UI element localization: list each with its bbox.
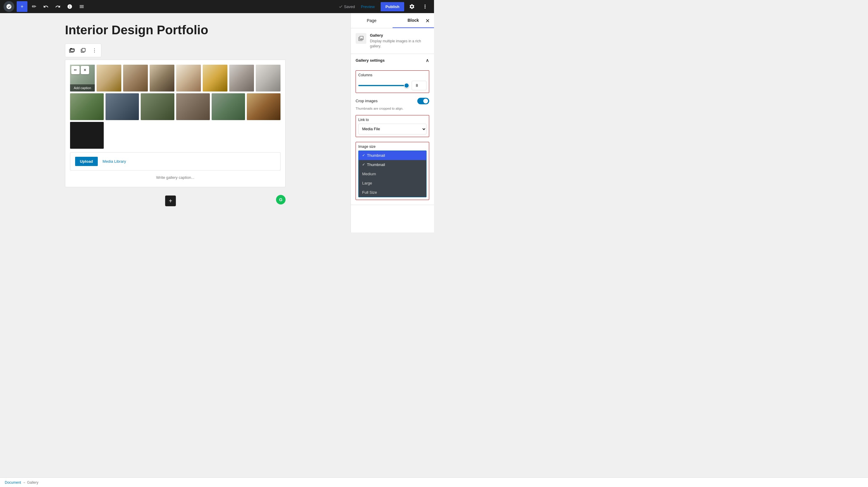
- dropdown-selected-item[interactable]: ✓ Thumbnail: [359, 151, 426, 160]
- add-block-toolbar-button[interactable]: +: [17, 1, 27, 12]
- upload-button[interactable]: Upload: [75, 157, 98, 166]
- crop-label: Crop images: [355, 99, 378, 103]
- sidebar-close-button[interactable]: ✕: [422, 16, 433, 26]
- publish-button[interactable]: Publish: [381, 2, 404, 11]
- gallery-image-5[interactable]: [176, 65, 201, 91]
- dropdown-menu: ✓ Thumbnail Medium Large Full Size: [359, 160, 426, 197]
- edit-tool-button[interactable]: ✏: [29, 1, 39, 12]
- gallery-image-3[interactable]: [123, 65, 148, 91]
- edit-image-button[interactable]: ✏: [71, 66, 80, 74]
- gallery-image-10[interactable]: [105, 93, 139, 120]
- gallery-image-12[interactable]: [176, 93, 210, 120]
- columns-input[interactable]: [412, 81, 427, 90]
- gallery-settings-title: Gallery settings: [355, 58, 385, 63]
- grammarly-icon-1[interactable]: G: [276, 195, 285, 205]
- block-info: Gallery Display multiple images in a ric…: [351, 28, 434, 54]
- gallery-image-8[interactable]: [256, 65, 280, 91]
- gallery-image-4[interactable]: [150, 65, 175, 91]
- dropdown-option-full-size[interactable]: Full Size: [359, 188, 426, 197]
- saved-status: Saved: [339, 4, 355, 9]
- list-view-button[interactable]: [78, 45, 89, 56]
- remove-image-button[interactable]: ✕: [81, 66, 89, 74]
- undo-button[interactable]: [40, 1, 51, 12]
- tab-page[interactable]: Page: [351, 13, 393, 28]
- selected-option-label: Thumbnail: [367, 153, 385, 158]
- sidebar-tabs: Page Block ✕: [351, 13, 434, 28]
- link-to-label: Link to: [358, 118, 427, 122]
- upload-area: Upload Media Library: [70, 152, 280, 171]
- gallery-row-1: ✏ ✕ Add caption: [70, 65, 280, 91]
- redo-button[interactable]: [53, 1, 63, 12]
- top-toolbar: + ✏ Saved Preview Publish: [0, 0, 434, 13]
- gallery-block-container: ⋮ ✏ ✕ Add captio: [65, 43, 285, 209]
- more-options-button[interactable]: [420, 1, 430, 12]
- gallery-block-icon: [355, 33, 366, 44]
- dropdown-option-medium[interactable]: Medium: [359, 169, 426, 179]
- block-more-options-button[interactable]: ⋮: [89, 45, 100, 56]
- gallery-image-7[interactable]: [229, 65, 254, 91]
- crop-setting: Crop images Thumbnails are cropped to al…: [355, 98, 429, 110]
- gallery-image-14[interactable]: [247, 93, 280, 120]
- columns-label: Columns: [358, 73, 427, 77]
- page-title[interactable]: Interior Design Portfolio: [65, 23, 285, 37]
- gallery-block: ✏ ✕ Add caption: [65, 60, 285, 187]
- image-size-dropdown[interactable]: ✓ Thumbnail ✓ Thumbnail Medium: [358, 151, 427, 197]
- settings-button[interactable]: [407, 1, 417, 12]
- link-to-select[interactable]: None Media File Attachment Page: [358, 124, 427, 134]
- media-library-button[interactable]: Media Library: [102, 159, 126, 163]
- document-overview-button[interactable]: [76, 1, 87, 12]
- block-title: Gallery: [370, 33, 429, 37]
- block-description: Display multiple images in a rich galler…: [370, 39, 429, 49]
- preview-button[interactable]: Preview: [358, 3, 378, 11]
- gallery-image-6[interactable]: [203, 65, 227, 91]
- gallery-settings-content: Columns Crop images Thum: [351, 67, 434, 205]
- image-size-label: Image size: [358, 145, 427, 149]
- image-caption-1[interactable]: Add caption: [70, 84, 95, 91]
- gallery-image-1[interactable]: ✏ ✕ Add caption: [70, 65, 95, 91]
- gallery-image-15[interactable]: [70, 122, 104, 149]
- gallery-row-2: [70, 93, 280, 149]
- image-size-setting: Image size ✓ Thumbnail ✓ Thumbnail: [355, 142, 429, 200]
- columns-slider[interactable]: [358, 85, 409, 86]
- gallery-image-9[interactable]: [70, 93, 104, 120]
- gallery-image-11[interactable]: [141, 93, 175, 120]
- sidebar: Page Block ✕ Gallery Display multiple im…: [350, 13, 434, 233]
- gallery-image-2[interactable]: [97, 65, 121, 91]
- collapse-icon: ∧: [426, 58, 429, 63]
- dropdown-option-thumbnail[interactable]: ✓ Thumbnail: [359, 160, 426, 169]
- gallery-caption-input[interactable]: [70, 173, 280, 182]
- crop-description: Thumbnails are cropped to align.: [355, 107, 429, 110]
- dropdown-option-large[interactable]: Large: [359, 179, 426, 188]
- gallery-view-button[interactable]: [66, 45, 77, 56]
- info-button[interactable]: [64, 1, 75, 12]
- gallery-image-13[interactable]: [212, 93, 245, 120]
- link-to-setting: Link to None Media File Attachment Page: [355, 115, 429, 137]
- add-block-button[interactable]: +: [165, 195, 176, 206]
- gallery-settings-header[interactable]: Gallery settings ∧: [351, 54, 434, 67]
- crop-toggle[interactable]: [417, 98, 429, 104]
- wp-logo[interactable]: [4, 1, 14, 12]
- block-toolbar: ⋮: [65, 43, 101, 57]
- editor-scroll-area: Interior Design Portfolio ⋮: [0, 13, 350, 233]
- check-icon: ✓: [362, 153, 365, 157]
- gallery-settings-section: Gallery settings ∧ Columns Crop images: [351, 54, 434, 205]
- columns-setting: Columns: [355, 70, 429, 93]
